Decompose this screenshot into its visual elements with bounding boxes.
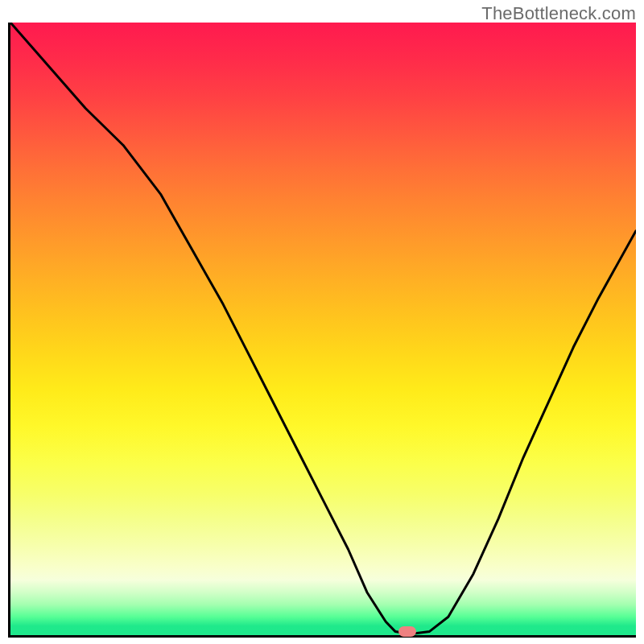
optimal-marker	[398, 626, 416, 637]
chart-container: TheBottleneck.com	[0, 0, 644, 644]
bottleneck-curve	[10, 23, 636, 635]
plot-area	[8, 23, 636, 638]
watermark-text: TheBottleneck.com	[481, 3, 636, 24]
